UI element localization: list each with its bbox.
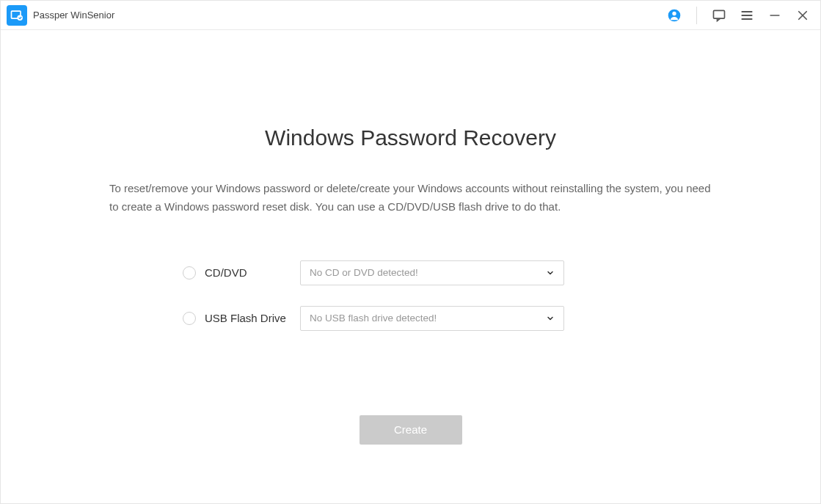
- main-content: Windows Password Recovery To reset/remov…: [1, 30, 820, 503]
- page-heading: Windows Password Recovery: [109, 125, 712, 150]
- titlebar-divider: [696, 7, 697, 24]
- menu-icon[interactable]: [738, 7, 756, 24]
- svg-point-1: [17, 15, 22, 21]
- radio-usb[interactable]: [183, 312, 196, 325]
- user-account-icon[interactable]: [665, 7, 683, 24]
- app-title: Passper WinSenior: [33, 10, 114, 21]
- dropdown-usb[interactable]: No USB flash drive detected!: [300, 306, 564, 331]
- feedback-icon[interactable]: [710, 7, 728, 24]
- label-usb: USB Flash Drive: [205, 312, 300, 324]
- label-cd-dvd: CD/DVD: [205, 266, 300, 279]
- page-description: To reset/remove your Windows password or…: [109, 180, 712, 216]
- option-usb: USB Flash Drive No USB flash drive detec…: [183, 306, 712, 331]
- svg-point-3: [672, 11, 676, 15]
- titlebar: Passper WinSenior: [1, 1, 820, 30]
- titlebar-right: [665, 7, 811, 24]
- app-logo-icon: [7, 5, 27, 26]
- chevron-down-icon: [546, 269, 555, 277]
- create-button[interactable]: Create: [360, 415, 462, 445]
- dropdown-usb-text: No USB flash drive detected!: [310, 313, 546, 324]
- svg-rect-4: [714, 10, 725, 18]
- app-window: Passper WinSenior: [0, 0, 821, 504]
- titlebar-left: Passper WinSenior: [7, 5, 114, 26]
- option-cd-dvd: CD/DVD No CD or DVD detected!: [183, 260, 712, 285]
- options-group: CD/DVD No CD or DVD detected! USB Flash …: [183, 260, 712, 331]
- dropdown-cd-dvd[interactable]: No CD or DVD detected!: [300, 260, 564, 285]
- chevron-down-icon: [546, 314, 555, 323]
- radio-cd-dvd[interactable]: [183, 266, 196, 280]
- close-icon[interactable]: [794, 7, 811, 24]
- dropdown-cd-dvd-text: No CD or DVD detected!: [310, 267, 546, 278]
- minimize-icon[interactable]: [766, 7, 784, 24]
